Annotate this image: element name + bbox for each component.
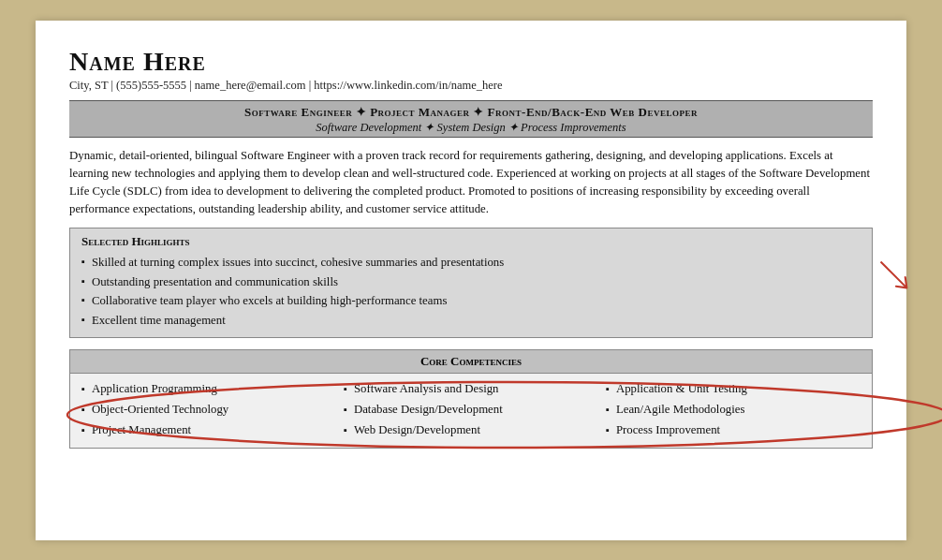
highlight-item-3: Collaborative team player who excels at … <box>81 291 861 310</box>
comp-item-3-3: Process Improvement <box>606 420 861 441</box>
title-bar: Software Engineer ✦ Project Manager ✦ Fr… <box>69 100 873 138</box>
competencies-col-2: Software Analysis and Design Database De… <box>340 379 602 440</box>
competencies-wrapper: Core Competencies Application Programmin… <box>69 349 873 449</box>
summary-text: Dynamic, detail-oriented, bilingual Soft… <box>69 147 873 219</box>
highlight-item-1: Skilled at turning complex issues into s… <box>81 253 861 272</box>
highlights-box: Selected Highlights Skilled at turning c… <box>69 228 873 338</box>
red-arrow-annotation <box>870 256 921 298</box>
comp-item-3-1: Application & Unit Testing <box>606 379 861 400</box>
title-bar-main: Software Engineer ✦ Project Manager ✦ Fr… <box>77 105 865 120</box>
competencies-col-3: Application & Unit Testing Lean/Agile Me… <box>602 379 864 440</box>
comp-item-2-2: Database Design/Development <box>344 400 598 420</box>
comp-item-3-2: Lean/Agile Methodologies <box>606 400 861 420</box>
name-heading: Name Here <box>69 47 873 77</box>
contact-info: City, ST | (555)555-5555 | name_here@ema… <box>69 79 873 93</box>
highlight-item-4: Excellent time management <box>81 311 861 330</box>
comp-item-2-1: Software Analysis and Design <box>344 379 598 400</box>
resume-container: Name Here City, ST | (555)555-5555 | nam… <box>36 21 906 540</box>
competencies-title: Core Competencies <box>70 350 872 374</box>
competencies-col-1: Application Programming Object-Oriented … <box>78 379 340 440</box>
comp-item-1-1: Application Programming <box>81 379 336 400</box>
highlights-title: Selected Highlights <box>81 234 861 249</box>
comp-item-2-3: Web Design/Development <box>344 420 598 441</box>
highlights-list: Skilled at turning complex issues into s… <box>81 253 861 330</box>
comp-item-1-3: Project Management <box>81 420 336 441</box>
competencies-grid: Application Programming Object-Oriented … <box>70 379 872 440</box>
comp-item-1-2: Object-Oriented Technology <box>81 400 336 420</box>
competencies-box: Core Competencies Application Programmin… <box>69 349 873 449</box>
title-bar-sub: Software Development ✦ System Design ✦ P… <box>77 120 865 135</box>
highlight-item-2: Outstanding presentation and communicati… <box>81 273 861 291</box>
